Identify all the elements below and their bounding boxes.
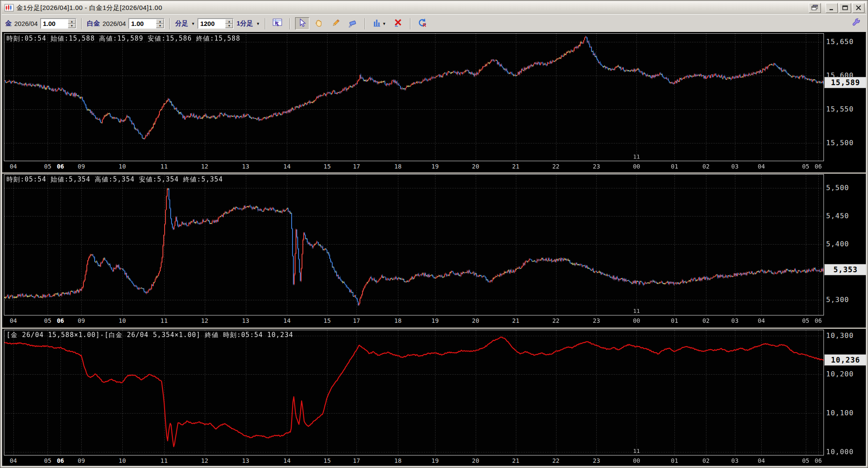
time-axis-label: 11 xyxy=(160,317,168,324)
crosshair-data-window-button[interactable] xyxy=(270,17,285,30)
time-axis-label: 05 xyxy=(44,457,51,464)
spread-chart-plot[interactable]: [金 26/04 15,588×1.00]-[白金 26/04 5,354×1.… xyxy=(4,330,824,455)
chart-type-dropdown-arrow: ▼ xyxy=(382,22,386,26)
platinum-current-price: 5,353 xyxy=(824,264,866,275)
time-axis-label: 19 xyxy=(431,457,439,464)
gold-time-axis: 0405060910111213141517181920212223000102… xyxy=(4,162,824,171)
crosshair-chart-icon xyxy=(272,18,283,29)
time-axis-label: 05 xyxy=(802,457,809,464)
panel-divider xyxy=(2,172,866,174)
time-axis-label: 04 xyxy=(10,163,17,170)
bar-count-input[interactable] xyxy=(198,19,225,28)
eraser-icon xyxy=(347,18,358,29)
toolbar-separator xyxy=(289,18,290,29)
app-icon xyxy=(4,4,14,12)
spread-price-axis: 10,30010,20010,10010,000 xyxy=(825,330,866,455)
select-pointer-button[interactable] xyxy=(295,17,309,30)
delete-study-button[interactable] xyxy=(391,17,405,30)
toolbar-separator xyxy=(169,18,170,29)
time-axis-label: 04 xyxy=(10,457,17,464)
time-axis-label: 13 xyxy=(242,457,249,464)
cascade-windows-button[interactable] xyxy=(809,3,821,13)
gold-chart-plot[interactable]: 時刻:05:54 始値:15,588 高値:15,589 安値:15,586 終… xyxy=(4,33,824,161)
eraser-button[interactable] xyxy=(346,17,360,30)
time-axis-label: 11 xyxy=(160,457,168,464)
time-axis-label: 04 xyxy=(758,317,765,324)
platinum-chart-plot[interactable]: 時刻:05:54 始値:5,354 高値:5,354 安値:5,354 終値:5… xyxy=(4,174,824,315)
bar-chart-icon xyxy=(372,18,382,29)
gold-ratio-up-button[interactable]: ▲ xyxy=(68,19,76,24)
spread-chart-canvas[interactable] xyxy=(4,330,823,455)
time-axis-label: 23 xyxy=(593,163,600,170)
gold-chart-canvas[interactable] xyxy=(4,34,823,161)
reload-data-button[interactable]: R xyxy=(416,17,430,30)
platinum-ratio-spin-buttons: ▲▼ xyxy=(156,19,164,28)
maximize-button[interactable] xyxy=(839,3,851,13)
settings-wrench-button[interactable] xyxy=(849,17,863,30)
time-axis-label: 18 xyxy=(394,457,402,464)
toolbar-separator xyxy=(81,18,82,29)
time-axis-label: 04 xyxy=(10,317,17,324)
gold-contract-month: 2026/04 xyxy=(14,20,38,27)
gold-ratio-input[interactable] xyxy=(41,19,68,28)
interval-value-dropdown-arrow[interactable]: ▼ xyxy=(256,22,260,26)
interval-value-label[interactable]: 1分足 xyxy=(236,19,253,28)
price-axis-label: 15,550 xyxy=(826,105,854,113)
time-axis-label: 06 xyxy=(814,163,822,170)
gold-price-axis: 15,65015,60015,55015,500 xyxy=(825,33,866,160)
time-axis-label: 02 xyxy=(703,457,710,464)
platinum-ratio-input[interactable] xyxy=(129,19,156,28)
time-axis-label: 17 xyxy=(353,317,360,324)
time-axis-label: 12 xyxy=(201,457,208,464)
time-axis-label: 22 xyxy=(552,317,560,324)
platinum-chart-canvas[interactable] xyxy=(4,175,823,315)
time-axis-label: 15 xyxy=(324,163,331,170)
hand-icon xyxy=(314,18,324,29)
chart-type-button[interactable]: ▼ xyxy=(370,17,388,30)
price-axis-label: 5,400 xyxy=(826,239,849,248)
bar-count-down-button[interactable]: ▼ xyxy=(225,24,233,29)
bar-count-spin-buttons: ▲▼ xyxy=(225,19,233,28)
gold-ratio-down-button[interactable]: ▼ xyxy=(68,24,76,29)
price-axis-label: 5,300 xyxy=(826,296,849,304)
time-axis-label: 05 xyxy=(44,317,51,324)
wrench-icon xyxy=(851,18,861,29)
time-axis-label: 03 xyxy=(731,457,739,464)
time-axis-label: 06 xyxy=(57,317,64,324)
time-axis-label: 20 xyxy=(472,317,479,324)
platinum-ratio-up-button[interactable]: ▲ xyxy=(156,19,164,24)
time-axis-label: 02 xyxy=(703,163,710,170)
platinum-ohlc-readout: 時刻:05:54 始値:5,354 高値:5,354 安値:5,354 終値:5… xyxy=(6,175,223,184)
chart-area: 時刻:05:54 始値:15,588 高値:15,589 安値:15,586 終… xyxy=(2,32,866,466)
time-axis-label: 12 xyxy=(201,163,208,170)
panel-divider xyxy=(2,328,866,329)
time-axis-label: 22 xyxy=(552,163,560,170)
interval-type-dropdown-arrow[interactable]: ▼ xyxy=(191,22,195,26)
price-axis-label: 10,100 xyxy=(826,409,854,417)
interval-type-label[interactable]: 分足 xyxy=(175,19,188,28)
minimize-button[interactable] xyxy=(826,3,838,13)
time-axis-label: 06 xyxy=(814,457,822,464)
toolbar-separator xyxy=(410,18,411,29)
time-axis-label: 19 xyxy=(431,317,439,324)
platinum-label: 白金 xyxy=(87,19,100,28)
bar-count-up-button[interactable]: ▲ xyxy=(225,19,233,24)
title-bar: 金1分足[2026/04]1.00 - 白金1分足[2026/04]1.00 xyxy=(2,1,866,15)
pan-hand-button[interactable] xyxy=(312,17,326,30)
draw-pencil-button[interactable] xyxy=(329,17,343,30)
close-button[interactable] xyxy=(852,3,865,13)
time-axis-label: 00 xyxy=(633,163,640,170)
time-axis-label: 09 xyxy=(78,163,85,170)
window-controls xyxy=(809,3,865,13)
platinum-time-axis: 0405060910111213141517181920212223000102… xyxy=(4,316,824,325)
time-axis-label: 21 xyxy=(512,457,519,464)
time-axis-label: 20 xyxy=(472,457,479,464)
time-axis-label: 10 xyxy=(119,163,126,170)
time-axis-label: 01 xyxy=(671,163,678,170)
platinum-ratio-down-button[interactable]: ▼ xyxy=(156,24,164,29)
bar-count-spinner: ▲▼ xyxy=(197,18,234,29)
time-axis-label: 19 xyxy=(431,163,439,170)
price-axis-label: 10,000 xyxy=(826,447,854,455)
time-axis-label: 17 xyxy=(353,163,360,170)
time-axis-label: 04 xyxy=(758,163,765,170)
